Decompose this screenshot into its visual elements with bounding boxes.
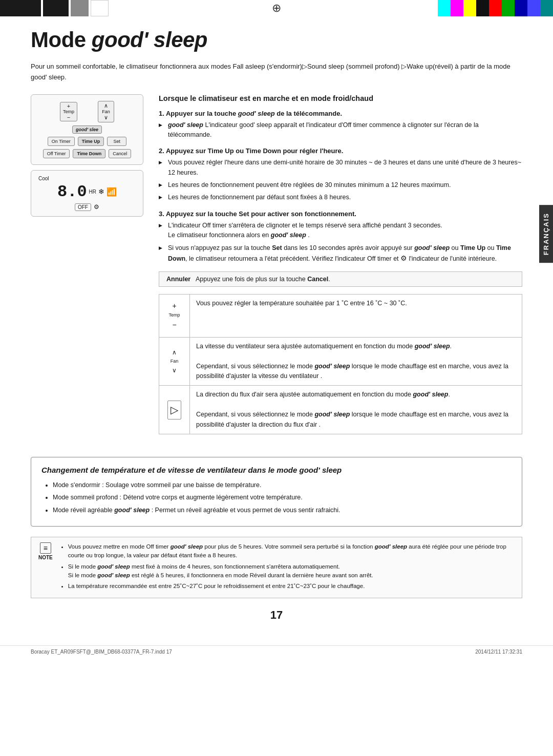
page-title: Mode good' sleep <box>31 28 522 52</box>
step-2-bullet-1: Vous pouvez régler l'heure dans une demi… <box>159 158 522 178</box>
airflow-description: La direction du flux d'air sera ajustée … <box>190 386 522 434</box>
step-1: 1. Appuyer sur la touche good' sleep de … <box>159 110 522 140</box>
remote-illustration: + Temp − Fan good' slee <box>31 94 143 447</box>
step-2-bullet-2: Les heures de fonctionnement peuvent êtr… <box>159 180 522 190</box>
step-1-bullet-1: good' sleep L'indicateur good' sleep app… <box>159 120 522 140</box>
on-timer-button: On Timer <box>48 137 75 146</box>
cancel-button: Cancel <box>109 149 131 158</box>
bottom-bullet-1: Mode s'endormir : Soulage votre sommeil … <box>53 480 512 490</box>
display-panel: Cool 8.0 HR ❄ 📶 OFF ⚙ <box>31 170 143 217</box>
step-2-bullet-3: Les heures de fonctionnement par défaut … <box>159 193 522 202</box>
annuler-box: Annuler Appuyez une fois de plus sur la … <box>159 271 522 287</box>
time-down-button: Time Down <box>73 149 105 158</box>
footer-left: Boracay ET_AR09FSFT@_IBIM_DB68-03377A_FR… <box>31 649 172 655</box>
table-row: + Temp − Vous pouvez régler la températu… <box>159 294 522 337</box>
bottom-bullet-3: Mode réveil agréable good' sleep : Perme… <box>53 506 512 515</box>
section-heading: Lorsque le climatiseur est en marche et … <box>159 94 522 102</box>
footer-right: 2014/12/11 17:32:31 <box>475 649 522 655</box>
note-box: ≡ NOTE Vous pouvez mettre en mode Off ti… <box>31 537 522 598</box>
note-content: Vous pouvez mettre en mode Off timer goo… <box>59 542 515 593</box>
temp-button: + Temp − <box>60 102 77 121</box>
bottom-bullet-2: Mode sommeil profond : Détend votre corp… <box>53 493 512 502</box>
bottom-heading: Changement de température et de vitesse … <box>41 466 512 474</box>
note-icon: ≡ <box>40 542 51 554</box>
bottom-section: Changement de température et de vitesse … <box>31 457 522 527</box>
intro-paragraph: Pour un sommeil confortable, le climatis… <box>31 61 522 83</box>
temp-icon-cell: + Temp − <box>159 294 190 337</box>
fan-description: La vitesse du ventilateur sera ajustée a… <box>190 337 522 386</box>
table-row: ∧ Fan ∨ La vitesse du ventilateur sera a… <box>159 337 522 386</box>
good-sleep-button: good' slee <box>72 125 102 134</box>
temp-description: Vous pouvez régler la température souhai… <box>190 294 522 337</box>
page-footer: Boracay ET_AR09FSFT@_IBIM_DB68-03377A_FR… <box>0 645 553 658</box>
set-button: Set <box>107 137 126 146</box>
note-text: NOTE <box>38 555 53 560</box>
fan-icon-cell: ∧ Fan ∨ <box>159 337 190 386</box>
step-3-bullet-2: Si vous n'appuyez pas sur la touche Set … <box>159 243 522 264</box>
table-row: ▷ La direction du flux d'air sera ajusté… <box>159 386 522 434</box>
off-timer-button: Off Timer <box>43 149 70 158</box>
instructions-area: Lorsque le climatiseur est en marche et … <box>159 94 522 447</box>
time-up-button: Time Up <box>78 137 104 146</box>
page-number: 17 <box>31 608 522 622</box>
step-3-bullet-1: L'indicateur Off timer s'arrêtera de cli… <box>159 221 522 241</box>
step-2: 2. Appuyez sur Time Up ou Time Down pour… <box>159 147 522 203</box>
airflow-icon-cell: ▷ <box>159 386 190 434</box>
feature-table: + Temp − Vous pouvez régler la températu… <box>159 294 522 434</box>
step-3: 3. Appuyez sur la touche Set pour active… <box>159 210 522 264</box>
note-label-area: ≡ NOTE <box>38 542 53 593</box>
